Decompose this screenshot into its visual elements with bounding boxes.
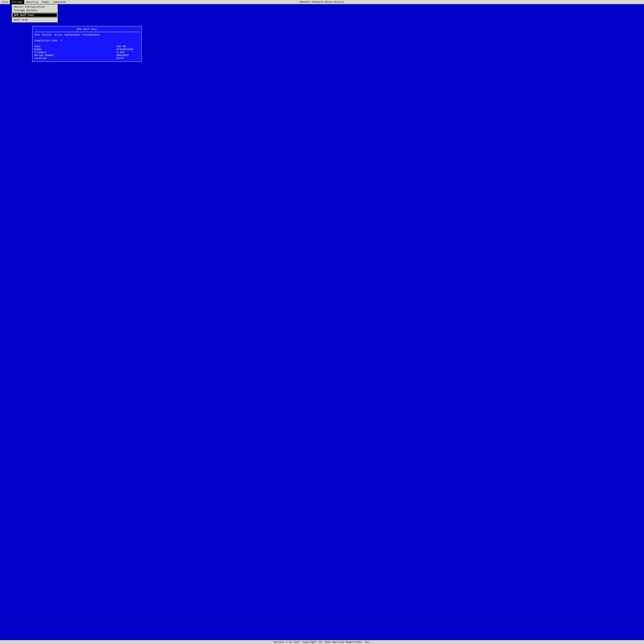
storage-dropdown: Device Configuration Storage Options DPS…: [12, 4, 58, 23]
menu-storage[interactable]: Storage: [10, 0, 24, 4]
status-line: Test failed. Drive replacement recommend…: [34, 33, 140, 36]
info-label: Size: [34, 45, 40, 48]
menu-security[interactable]: Security: [24, 0, 40, 4]
page-title: Hewlett-Packard Setup Utility: [300, 1, 344, 3]
info-row-model: Model ST3160215AS: [34, 48, 140, 51]
info-label: Serial Number: [34, 54, 54, 57]
dialog-title: DPS Self-test: [34, 28, 140, 32]
info-value: 160 GB: [116, 45, 140, 48]
info-row-location: Location SATA2: [34, 57, 140, 60]
info-row-serial: Serial Number 6RA2ANZV: [34, 54, 140, 57]
menu-power[interactable]: Power: [40, 0, 52, 4]
dropdown-device-configuration[interactable]: Device Configuration: [13, 5, 57, 9]
info-label: Location: [34, 57, 47, 60]
info-value: ST3160215AS: [116, 48, 140, 51]
dropdown-dps-self-test[interactable]: DPS Self-test: [13, 13, 57, 17]
info-value: 3.AAD: [116, 51, 140, 54]
bios-screen: File Storage Security Power Advanced Hew…: [0, 0, 644, 644]
menu-file[interactable]: File: [0, 0, 10, 4]
dps-self-test-dialog: DPS Self-test Test failed. Drive replace…: [32, 26, 142, 62]
dropdown-divider: [12, 17, 58, 18]
main-area: Device Configuration Storage Options DPS…: [0, 4, 644, 640]
dialog-divider: [34, 32, 140, 32]
info-label: Model: [34, 48, 42, 51]
dialog-body: Test failed. Drive replacement recommend…: [34, 33, 140, 60]
footer-copyright: Version 2.15.1227. Copyright (C) 2013 Am…: [0, 640, 644, 644]
menubar: File Storage Security Power Advanced Hew…: [0, 0, 644, 4]
dropdown-storage-options[interactable]: Storage Options: [13, 9, 57, 12]
menu-advanced[interactable]: Advanced: [52, 0, 67, 4]
info-row-size: Size 160 GB: [34, 45, 140, 48]
info-label: Firmware: [34, 51, 47, 54]
info-value: SATA2: [116, 57, 140, 60]
completion-code-line: Completion Code: 2: [34, 39, 140, 42]
info-row-firmware: Firmware 3.AAD: [34, 51, 140, 54]
info-value: 6RA2ANZV: [116, 54, 140, 57]
dropdown-divider: [12, 13, 58, 13]
dropdown-boot-order[interactable]: Boot Orde: [13, 18, 57, 22]
